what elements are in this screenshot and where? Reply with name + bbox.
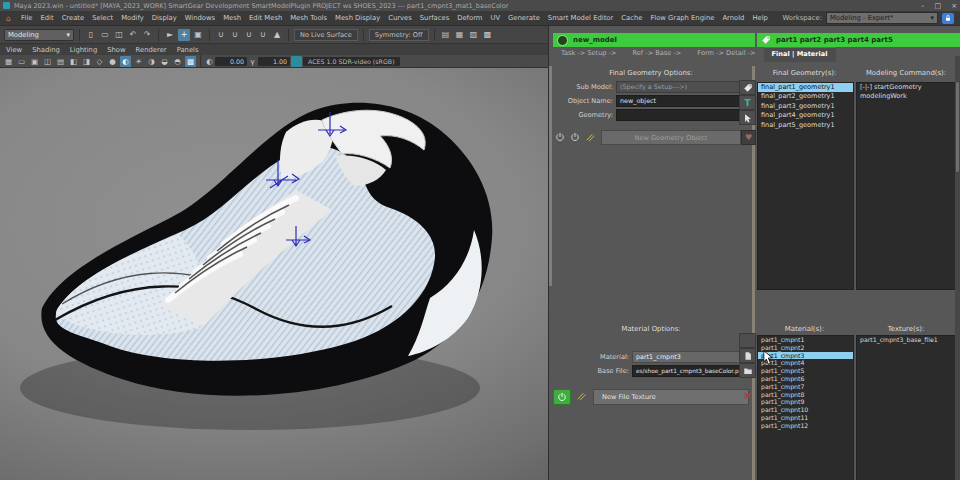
motion-blur-icon[interactable]: ◓: [172, 56, 183, 67]
pick-object-button[interactable]: [739, 110, 756, 125]
grid-icon[interactable]: ▦: [3, 56, 14, 67]
workspace-lock-button[interactable]: [942, 13, 954, 24]
resolution-gate-icon[interactable]: ▣: [29, 56, 40, 67]
list-item[interactable]: part1_cmpnt5: [758, 367, 853, 375]
minimize-button[interactable]: –: [921, 2, 925, 10]
film-gate-icon[interactable]: ▭: [16, 56, 27, 67]
list-item[interactable]: [-|-] startGeometry: [857, 83, 957, 92]
blank-button[interactable]: [739, 333, 756, 348]
viewport-menu-item[interactable]: Shading: [32, 46, 60, 54]
settings-power-button[interactable]: [568, 130, 581, 143]
list-item[interactable]: part1_cmpnt9: [758, 398, 853, 406]
copy-path-button[interactable]: [739, 348, 756, 363]
delete-texture-button[interactable]: ×: [741, 389, 754, 402]
wireframe-icon[interactable]: ◇: [94, 56, 105, 67]
assign-tag-button[interactable]: [739, 80, 756, 95]
list-item[interactable]: part1_cmpnt11: [758, 414, 853, 422]
menu-item[interactable]: File: [21, 14, 32, 22]
home-icon[interactable]: ⌂: [6, 14, 11, 23]
select-tool-icon[interactable]: ►: [164, 29, 176, 41]
list-item[interactable]: part1_cmpnt8: [758, 391, 853, 399]
snap-grid-icon[interactable]: ∪: [215, 29, 227, 41]
menu-item[interactable]: Mesh: [223, 14, 241, 22]
stage-tab[interactable]: Task -> Setup ->: [553, 47, 625, 62]
pane-splitter[interactable]: [752, 66, 755, 480]
menu-item[interactable]: Help: [752, 14, 768, 22]
file-save-icon[interactable]: ◫: [113, 29, 125, 41]
menu-item[interactable]: Modify: [121, 14, 144, 22]
multisample-icon[interactable]: ▩: [185, 56, 196, 67]
base-file-field[interactable]: es/shoe_part1_cmpnt3_baseColor.png: [632, 365, 746, 377]
input-connections-icon[interactable]: ▤: [440, 29, 452, 41]
shaded-icon[interactable]: ●: [107, 56, 118, 67]
menu-item[interactable]: Mesh Tools: [290, 14, 327, 22]
maximize-button[interactable]: □: [935, 2, 942, 10]
file-open-icon[interactable]: ▭: [99, 29, 111, 41]
colorspace-indicator[interactable]: ACES 1.0 SDR-video (sRGB): [303, 57, 400, 66]
undo-icon[interactable]: ↶: [127, 29, 139, 41]
gate-mask-icon[interactable]: ◫: [42, 56, 53, 67]
move-tool-icon[interactable]: +: [178, 29, 190, 41]
parts-bar[interactable]: part1 part2 part3 part4 part5: [757, 33, 960, 47]
list-item[interactable]: part1_cmpnt7: [758, 383, 853, 391]
exposure-icon[interactable]: ◐: [205, 56, 214, 67]
snap-curve-icon[interactable]: ∪: [229, 29, 241, 41]
menu-item[interactable]: Display: [152, 14, 177, 22]
redo-icon[interactable]: ↷: [141, 29, 153, 41]
menu-item[interactable]: Surfaces: [420, 14, 449, 22]
menu-item[interactable]: Smart Model Editor: [548, 14, 613, 22]
safe-action-icon[interactable]: ◧: [68, 56, 79, 67]
menu-item[interactable]: Deform: [457, 14, 482, 22]
menu-item[interactable]: Curves: [388, 14, 412, 22]
menu-item[interactable]: Edit: [40, 14, 53, 22]
gamma-field[interactable]: 1.00: [258, 57, 290, 66]
disconnect-texture-button[interactable]: [574, 389, 587, 402]
menu-item[interactable]: UV: [490, 14, 500, 22]
object-name-field[interactable]: new_object: [616, 95, 746, 107]
menu-item[interactable]: Select: [92, 14, 113, 22]
construction-history-icon[interactable]: ▨: [468, 29, 480, 41]
viewport-menu-item[interactable]: View: [6, 46, 22, 54]
live-surface-box[interactable]: No Live Surface: [294, 29, 358, 41]
list-item[interactable]: part1_cmpnt6: [758, 375, 853, 383]
enable-material-button[interactable]: [553, 389, 571, 405]
geometry-field[interactable]: [616, 109, 746, 121]
stage-tab[interactable]: Ref -> Base ->: [625, 47, 690, 62]
list-item[interactable]: part1_cmpnt3_base_file1: [857, 336, 957, 344]
file-new-icon[interactable]: ▯: [85, 29, 97, 41]
list-item[interactable]: final_part3_geometry1: [758, 102, 853, 111]
symmetry-box[interactable]: Symmetry: Off: [369, 29, 429, 41]
list-item[interactable]: final_part2_geometry1: [758, 92, 853, 101]
menu-item[interactable]: Mesh Display: [335, 14, 380, 22]
material-field[interactable]: part1_cmpnt3: [632, 351, 746, 363]
list-item[interactable]: final_part5_geometry1: [758, 121, 853, 130]
shadows-icon[interactable]: ◑: [146, 56, 157, 67]
render-settings-icon[interactable]: ▩: [482, 29, 494, 41]
list-item[interactable]: part1_cmpnt10: [758, 406, 853, 414]
new-file-texture-button[interactable]: New File Texture: [593, 389, 749, 405]
model-bar[interactable]: new_model: [553, 33, 755, 47]
close-button[interactable]: ×: [951, 2, 957, 10]
viewport-menu-item[interactable]: Panels: [177, 46, 199, 54]
field-chart-icon[interactable]: ▤: [55, 56, 66, 67]
browse-file-button[interactable]: [739, 363, 756, 378]
list-item[interactable]: part1_cmpnt12: [758, 422, 853, 430]
list-item[interactable]: modelingWork: [857, 92, 957, 101]
exposure-field[interactable]: 0.00: [215, 57, 247, 66]
menu-item[interactable]: Edit Mesh: [249, 14, 282, 22]
text-input-button[interactable]: T: [739, 95, 756, 110]
menu-item[interactable]: Flow Graph Engine: [650, 14, 714, 22]
textured-icon[interactable]: ◐: [120, 56, 131, 67]
snap-plane-icon[interactable]: ∪: [257, 29, 269, 41]
list-item[interactable]: part1_cmpnt1: [758, 336, 853, 344]
stage-tab[interactable]: Form -> Detail ->: [689, 47, 763, 62]
color-management-icon[interactable]: [291, 56, 302, 67]
workspace-select[interactable]: Modeling - Expert* ▾: [826, 12, 938, 24]
viewport-menu-item[interactable]: Lighting: [70, 46, 97, 54]
new-geometry-button[interactable]: New Geometry Object: [601, 130, 741, 145]
list-item[interactable]: final_part1_geometry1: [758, 83, 853, 92]
list-item[interactable]: final_part4_geometry1: [758, 111, 853, 120]
viewport-menu-item[interactable]: Renderer: [136, 46, 167, 54]
menu-item[interactable]: Arnold: [722, 14, 744, 22]
stage-tab[interactable]: Final | Material: [764, 47, 836, 62]
